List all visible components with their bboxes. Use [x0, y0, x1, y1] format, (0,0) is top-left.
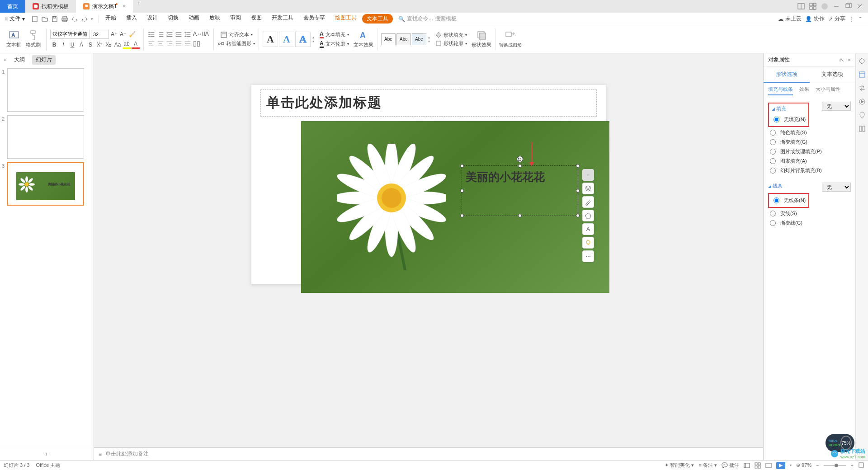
props-close-icon[interactable]: ×: [848, 57, 851, 63]
diamond-icon[interactable]: [858, 57, 866, 65]
justify-icon[interactable]: [175, 40, 183, 48]
line-preset-combo[interactable]: 无: [822, 183, 851, 192]
superscript-icon[interactable]: X²: [95, 41, 104, 49]
close-icon[interactable]: ×: [123, 3, 126, 9]
change-case-icon[interactable]: Aa: [113, 41, 122, 49]
text-effects-button[interactable]: A 文本效果: [352, 29, 375, 49]
highlight-icon[interactable]: ab: [123, 41, 131, 49]
search-cmd[interactable]: 查找命令...: [407, 15, 433, 23]
distribute-icon[interactable]: [184, 40, 192, 48]
resize-handle-s[interactable]: [518, 214, 522, 217]
char-spacing-icon[interactable]: A↔: [193, 30, 201, 38]
menu-animation[interactable]: 动画: [184, 14, 204, 24]
print-icon[interactable]: [61, 15, 68, 23]
underline-icon[interactable]: U: [68, 41, 76, 49]
zoom-in-icon[interactable]: +: [851, 463, 854, 468]
pattern-fill-radio[interactable]: 图案填充(A): [768, 156, 851, 166]
menu-start[interactable]: 开始: [101, 14, 121, 24]
slides-tab[interactable]: 幻灯片: [32, 55, 56, 65]
collapse-ribbon-icon[interactable]: ⌃: [858, 16, 863, 22]
beautify-button[interactable]: ✦ 智能美化 ▾: [665, 462, 694, 469]
collapse-icon[interactable]: ‹‹: [4, 57, 7, 62]
menu-transition[interactable]: 切换: [163, 14, 183, 24]
text-options-tab[interactable]: 文本选项: [810, 67, 856, 83]
comments-button[interactable]: 💬 批注: [722, 462, 739, 469]
tab-templates[interactable]: 找稻壳模板: [25, 0, 76, 13]
notes-button[interactable]: ≡ 备注 ▾: [698, 462, 717, 469]
resize-handle-w[interactable]: [460, 189, 464, 193]
indent-dec-icon[interactable]: [165, 30, 174, 38]
outline-tab[interactable]: 大纲: [10, 55, 28, 65]
open-icon[interactable]: [41, 15, 48, 23]
font-color-icon[interactable]: A: [132, 41, 140, 49]
slide-canvas[interactable]: 单击此处添加标题: [251, 85, 606, 284]
align-left-icon[interactable]: [147, 40, 156, 48]
increase-font-icon[interactable]: A⁺: [110, 30, 118, 38]
slideshow-button[interactable]: ▶: [776, 462, 785, 469]
columns-icon[interactable]: [193, 40, 201, 48]
text-outline-button[interactable]: A 文本轮廓▾: [320, 40, 349, 48]
menu-review[interactable]: 审阅: [226, 14, 245, 24]
size-subtab[interactable]: 大小与属性: [816, 86, 840, 95]
skin-icon[interactable]: [821, 3, 828, 10]
italic-icon[interactable]: I: [59, 41, 67, 49]
font-size-combo[interactable]: [91, 30, 109, 39]
text-style-2[interactable]: A: [279, 32, 294, 47]
line-section-title[interactable]: 线条: [768, 183, 822, 189]
tab-doc1[interactable]: 演示文稿1 ×: [76, 0, 133, 13]
pin-icon[interactable]: ⇱: [840, 57, 844, 63]
book-icon[interactable]: [858, 125, 866, 133]
float-idea-button[interactable]: [582, 237, 594, 249]
zoom-slider[interactable]: [824, 465, 846, 466]
to-picture-button[interactable]: 转换成图形: [497, 29, 524, 49]
chevron-down-icon[interactable]: ▾: [91, 17, 93, 21]
shape-style-up-icon[interactable]: ▴: [428, 35, 430, 39]
title-placeholder[interactable]: 单击此处添加标题: [260, 89, 597, 117]
menu-drawing-tools[interactable]: 绘图工具: [330, 14, 361, 24]
menu-insert[interactable]: 插入: [122, 14, 142, 24]
resize-handle-sw[interactable]: [460, 214, 464, 217]
resize-handle-e[interactable]: [576, 189, 580, 193]
resize-handle-nw[interactable]: [460, 164, 464, 168]
align-center-icon[interactable]: [156, 40, 165, 48]
text-direction-icon[interactable]: IIA: [202, 30, 210, 38]
bold-icon[interactable]: B: [50, 41, 58, 49]
menu-devtools[interactable]: 开发工具: [267, 14, 298, 24]
shape-style-2[interactable]: Abc: [396, 33, 411, 45]
solid-line-radio[interactable]: 实线(S): [768, 209, 851, 218]
slide-thumb-1[interactable]: 1: [2, 68, 92, 112]
add-slide-button[interactable]: +: [0, 448, 94, 460]
undo-icon[interactable]: [71, 15, 78, 23]
subscript-icon[interactable]: X₂: [104, 41, 113, 49]
shape-style-down-icon[interactable]: ▾: [428, 39, 430, 43]
float-layers-button[interactable]: [582, 183, 594, 194]
grid-icon[interactable]: [809, 3, 816, 10]
align-right-icon[interactable]: [165, 40, 174, 48]
no-line-radio[interactable]: 无线条(N): [772, 196, 806, 205]
align-text-button[interactable]: 对齐文本▾: [220, 31, 253, 38]
effect-subtab[interactable]: 效果: [799, 86, 809, 95]
float-text-button[interactable]: A: [582, 223, 594, 235]
close-window-icon[interactable]: [856, 3, 863, 10]
numbering-icon[interactable]: [156, 30, 165, 38]
menu-view[interactable]: 视图: [246, 14, 266, 24]
picture-fill-radio[interactable]: 图片或纹理填充(P): [768, 147, 851, 156]
maximize-icon[interactable]: [844, 3, 852, 10]
smart-shape-button[interactable]: 转智能图形▾: [217, 40, 255, 47]
text-style-3[interactable]: A: [295, 32, 311, 47]
style-up-icon[interactable]: ▴: [312, 35, 314, 39]
shape-style-1[interactable]: Abc: [381, 33, 396, 45]
file-menu[interactable]: ≡ 文件 ▾: [2, 15, 28, 23]
new-icon[interactable]: [31, 15, 38, 23]
fit-icon[interactable]: [858, 462, 864, 469]
bg-fill-radio[interactable]: 幻灯片背景填充(B): [768, 166, 851, 175]
shape-style-3[interactable]: Abc: [412, 33, 426, 45]
share-button[interactable]: ↗分享: [828, 15, 845, 23]
more-icon[interactable]: ⋮: [849, 16, 854, 22]
normal-view-icon[interactable]: [744, 462, 750, 469]
float-more-button[interactable]: ⋯: [582, 250, 594, 262]
bullets-icon[interactable]: [147, 30, 156, 38]
shape-fill-button[interactable]: 形状填充▾: [435, 32, 467, 38]
text-style-1[interactable]: A: [263, 32, 278, 47]
minimize-icon[interactable]: [833, 3, 840, 10]
